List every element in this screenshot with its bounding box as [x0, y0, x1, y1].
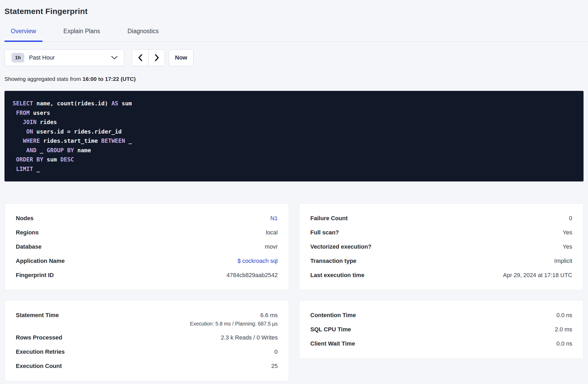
- stat-label: Contention Time: [310, 312, 356, 319]
- stat-value: 0.0 ns: [556, 312, 572, 319]
- stat-value: 0: [569, 215, 572, 222]
- stat-row: Vectorized execution?Yes: [310, 240, 572, 254]
- stat-value: 2.0 ms: [555, 326, 572, 333]
- stat-row: Last execution timeApr 29, 2024 at 17:18…: [310, 268, 572, 282]
- stat-value: Apr 29, 2024 at 17:18 UTC: [503, 272, 572, 279]
- tab-overview[interactable]: Overview: [4, 28, 42, 42]
- stat-label: Execution Retries: [16, 348, 65, 355]
- chevron-left-icon: [138, 54, 143, 62]
- sql-statement-box: SELECT name, count(rides.id) AS sum FROM…: [4, 91, 584, 181]
- sql-line: WHERE rides.start_time BETWEEN _: [13, 136, 575, 146]
- stat-row: Transaction typeImplicit: [310, 254, 572, 268]
- timing-stats-card: Statement Time6.6 msExecution: 5.8 ms / …: [4, 300, 289, 381]
- stat-row: Application Name$ cockroach sql: [16, 254, 278, 268]
- stat-row: NodesN1: [16, 211, 278, 225]
- stat-label: Statement Time: [16, 312, 59, 319]
- stat-label: SQL CPU Time: [310, 326, 351, 333]
- summary-prefix: Showing aggregated stats from: [4, 76, 83, 82]
- next-interval-button[interactable]: [148, 50, 165, 66]
- statement-details-card: NodesN1RegionslocalDatabasemovrApplicati…: [4, 203, 289, 290]
- stat-value: movr: [265, 243, 278, 250]
- stat-value-link[interactable]: $ cockroach sql: [237, 258, 278, 264]
- aggregated-stats-summary: Showing aggregated stats from 16:00 to 1…: [4, 76, 584, 82]
- time-nav-group: [132, 49, 165, 66]
- stat-subvalue: Execution: 5.8 ms / Planning: 687.5 µs: [16, 321, 278, 331]
- stat-label: Application Name: [16, 258, 65, 264]
- statement-fingerprint-page: Statement Fingerprint OverviewExplain Pl…: [0, 0, 588, 381]
- tab-diagnostics[interactable]: Diagnostics: [121, 28, 165, 42]
- stat-label: Last execution time: [310, 272, 364, 279]
- stat-row: Rows Processed2.3 k Reads / 0 Writes: [16, 331, 278, 345]
- stat-value: Implicit: [554, 258, 572, 264]
- stat-label: Fingerprint ID: [16, 272, 54, 279]
- now-button[interactable]: Now: [169, 49, 193, 66]
- stat-label: Rows Processed: [16, 334, 62, 341]
- bottom-cards: Statement Time6.6 msExecution: 5.8 ms / …: [4, 300, 584, 381]
- stat-value: 25: [271, 363, 278, 370]
- time-range-label: Past Hour: [29, 54, 111, 61]
- stat-value: Yes: [563, 243, 572, 250]
- stat-row: Statement Time6.6 msExecution: 5.8 ms / …: [16, 308, 278, 331]
- sql-code: SELECT name, count(rides.id) AS sum FROM…: [13, 99, 575, 174]
- stat-row: Contention Time0.0 ns: [310, 308, 572, 322]
- stat-row: Full scan?Yes: [310, 225, 572, 240]
- stat-value: 0: [275, 348, 278, 355]
- stat-value: 6.6 ms: [260, 312, 278, 319]
- top-cards: NodesN1RegionslocalDatabasemovrApplicati…: [4, 203, 584, 290]
- stat-value: local: [266, 229, 278, 236]
- stat-value: 4784cb829aab2542: [226, 272, 278, 279]
- time-range-select[interactable]: 1h Past Hour: [4, 49, 124, 66]
- wait-stats-card: Contention Time0.0 nsSQL CPU Time2.0 msC…: [299, 300, 584, 359]
- time-range-badge: 1h: [12, 53, 24, 62]
- stat-label: Nodes: [16, 215, 33, 222]
- chevron-down-icon: [111, 56, 118, 60]
- stat-row: SQL CPU Time2.0 ms: [310, 322, 572, 337]
- stat-row: Failure Count0: [310, 211, 572, 225]
- stat-value: 2.3 k Reads / 0 Writes: [221, 334, 278, 341]
- execution-attributes-card: Failure Count0Full scan?YesVectorized ex…: [299, 203, 584, 290]
- stat-label: Transaction type: [310, 258, 356, 264]
- stat-label: Vectorized execution?: [310, 243, 371, 250]
- sql-line: LIMIT _: [13, 164, 575, 174]
- tab-explain-plans[interactable]: Explain Plans: [57, 28, 106, 42]
- summary-range: 16:00 to 17:22 (UTC): [83, 76, 136, 82]
- sql-line: AND _ GROUP BY name: [13, 146, 575, 155]
- sql-line: FROM users: [13, 108, 575, 118]
- stat-value-link[interactable]: N1: [270, 215, 278, 222]
- sql-line: JOIN rides: [13, 117, 575, 127]
- chevron-right-icon: [154, 54, 160, 62]
- tab-bar: OverviewExplain PlansDiagnostics: [4, 28, 588, 42]
- time-toolbar: 1h Past Hour Now: [4, 49, 584, 66]
- stat-row: Execution Retries0: [16, 345, 278, 359]
- stat-label: Execution Count: [16, 363, 62, 370]
- stat-value: Yes: [563, 229, 572, 236]
- previous-interval-button[interactable]: [132, 50, 148, 66]
- stat-row: Fingerprint ID4784cb829aab2542: [16, 268, 278, 282]
- stat-row: Regionslocal: [16, 225, 278, 240]
- sql-line: SELECT name, count(rides.id) AS sum: [13, 99, 575, 108]
- sql-line: ON users.id = rides.rider_id: [13, 127, 575, 136]
- stat-label: Regions: [16, 229, 39, 236]
- stat-row: Databasemovr: [16, 240, 278, 254]
- stat-label: Database: [16, 243, 42, 250]
- stat-label: Full scan?: [310, 229, 339, 236]
- stat-value: 0.0 ns: [556, 340, 572, 347]
- stat-row: Execution Count25: [16, 359, 278, 373]
- page-title: Statement Fingerprint: [4, 7, 584, 16]
- stat-label: Failure Count: [310, 215, 348, 222]
- stat-label: Client Wait Time: [310, 340, 355, 347]
- stat-row: Client Wait Time0.0 ns: [310, 337, 572, 351]
- sql-line: ORDER BY sum DESC: [13, 155, 575, 164]
